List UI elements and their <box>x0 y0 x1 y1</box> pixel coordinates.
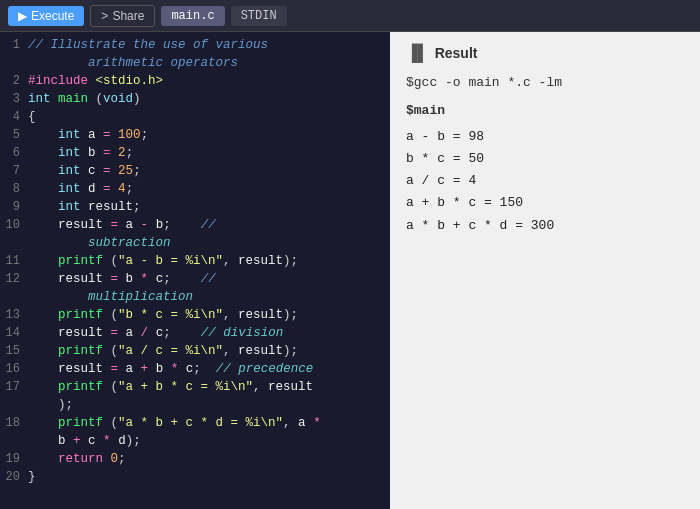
play-icon: ▶ <box>18 9 27 23</box>
line-content: result = a + b * c; // precedence <box>28 360 390 378</box>
code-line: 18 printf ("a * b + c * d = %i\n", a * <box>0 414 390 432</box>
line-content: int a = 100; <box>28 126 390 144</box>
line-content: } <box>28 468 390 486</box>
share-icon: > <box>101 9 108 23</box>
code-line: 16 result = a + b * c; // precedence <box>0 360 390 378</box>
line-number: 12 <box>0 270 28 288</box>
code-line: 15 printf ("a / c = %i\n", result); <box>0 342 390 360</box>
code-line: 12 result = b * c; // <box>0 270 390 288</box>
line-number: 3 <box>0 90 28 108</box>
line-content: { <box>28 108 390 126</box>
execute-label: Execute <box>31 9 74 23</box>
code-line: 13 printf ("b * c = %i\n", result); <box>0 306 390 324</box>
code-line: b + c * d); <box>0 432 390 450</box>
line-number: 16 <box>0 360 28 378</box>
line-number: 10 <box>0 216 28 234</box>
result-line: a - b = 98 <box>406 126 684 148</box>
tab-main-c[interactable]: main.c <box>161 6 224 26</box>
line-content: // Illustrate the use of various <box>28 36 390 54</box>
line-number: 6 <box>0 144 28 162</box>
result-output: a - b = 98 b * c = 50 a / c = 4 a + b * … <box>406 126 684 236</box>
line-content: int c = 25; <box>28 162 390 180</box>
line-content: result = b * c; // <box>28 270 390 288</box>
line-number: 20 <box>0 468 28 486</box>
code-line: 1 // Illustrate the use of various <box>0 36 390 54</box>
line-number: 17 <box>0 378 28 396</box>
line-number: 15 <box>0 342 28 360</box>
share-button[interactable]: > Share <box>90 5 155 27</box>
line-number: 7 <box>0 162 28 180</box>
tab1-label: main.c <box>171 9 214 23</box>
code-line: arithmetic operators <box>0 54 390 72</box>
result-line: a + b * c = 150 <box>406 192 684 214</box>
code-line: 14 result = a / c; // division <box>0 324 390 342</box>
line-number: 1 <box>0 36 28 54</box>
line-content: printf ("a + b * c = %i\n", result <box>28 378 390 396</box>
result-title: Result <box>435 45 478 61</box>
line-content: multiplication <box>28 288 390 306</box>
code-line: 10 result = a - b; // <box>0 216 390 234</box>
line-content: printf ("a * b + c * d = %i\n", a * <box>28 414 390 432</box>
line-content: int d = 4; <box>28 180 390 198</box>
code-line: multiplication <box>0 288 390 306</box>
line-content: printf ("b * c = %i\n", result); <box>28 306 390 324</box>
tab2-label: STDIN <box>241 9 277 23</box>
share-label: Share <box>112 9 144 23</box>
main-area: 1 // Illustrate the use of various arith… <box>0 32 700 509</box>
code-line: ); <box>0 396 390 414</box>
result-panel: ▐▌ Result $gcc -o main *.c -lm $main a -… <box>390 32 700 509</box>
line-number: 4 <box>0 108 28 126</box>
execute-button[interactable]: ▶ Execute <box>8 6 84 26</box>
line-content: result = a / c; // division <box>28 324 390 342</box>
code-line: 2 #include <stdio.h> <box>0 72 390 90</box>
line-number: 14 <box>0 324 28 342</box>
line-number: 11 <box>0 252 28 270</box>
line-number: 8 <box>0 180 28 198</box>
line-content: result = a - b; // <box>28 216 390 234</box>
line-content: printf ("a / c = %i\n", result); <box>28 342 390 360</box>
code-line: 9 int result; <box>0 198 390 216</box>
result-cmd: $gcc -o main *.c -lm <box>406 72 684 94</box>
line-content: arithmetic operators <box>28 54 390 72</box>
code-line: 19 return 0; <box>0 450 390 468</box>
bar-chart-icon: ▐▌ <box>406 44 429 62</box>
code-line: 17 printf ("a + b * c = %i\n", result <box>0 378 390 396</box>
code-line: 20 } <box>0 468 390 486</box>
code-line: 4 { <box>0 108 390 126</box>
line-number: 19 <box>0 450 28 468</box>
line-content: int b = 2; <box>28 144 390 162</box>
line-content: return 0; <box>28 450 390 468</box>
result-line: a * b + c * d = 300 <box>406 215 684 237</box>
line-number: 9 <box>0 198 28 216</box>
code-line: 7 int c = 25; <box>0 162 390 180</box>
line-content: #include <stdio.h> <box>28 72 390 90</box>
line-content: int main (void) <box>28 90 390 108</box>
result-header: ▐▌ Result <box>406 44 684 62</box>
tab-stdin[interactable]: STDIN <box>231 6 287 26</box>
code-line: 11 printf ("a - b = %i\n", result); <box>0 252 390 270</box>
line-content: int result; <box>28 198 390 216</box>
line-content: subtraction <box>28 234 390 252</box>
code-line: subtraction <box>0 234 390 252</box>
code-line: 5 int a = 100; <box>0 126 390 144</box>
code-line: 3 int main (void) <box>0 90 390 108</box>
result-line: b * c = 50 <box>406 148 684 170</box>
line-number: 18 <box>0 414 28 432</box>
line-number: 5 <box>0 126 28 144</box>
code-line: 6 int b = 2; <box>0 144 390 162</box>
line-number: 13 <box>0 306 28 324</box>
result-section-label: $main <box>406 100 684 122</box>
line-number: 2 <box>0 72 28 90</box>
line-content: printf ("a - b = %i\n", result); <box>28 252 390 270</box>
result-line: a / c = 4 <box>406 170 684 192</box>
code-panel: 1 // Illustrate the use of various arith… <box>0 32 390 509</box>
line-content: b + c * d); <box>28 432 390 450</box>
result-content: $gcc -o main *.c -lm $main a - b = 98 b … <box>406 72 684 237</box>
toolbar: ▶ Execute > Share main.c STDIN <box>0 0 700 32</box>
line-content: ); <box>28 396 390 414</box>
code-line: 8 int d = 4; <box>0 180 390 198</box>
